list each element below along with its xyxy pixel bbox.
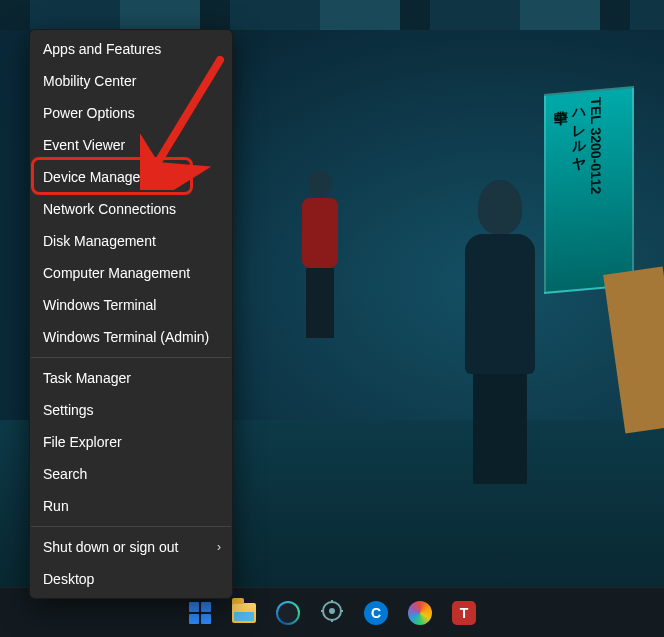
menu-apps-and-features[interactable]: Apps and Features xyxy=(31,33,231,65)
menu-item-label: File Explorer xyxy=(43,434,122,450)
letter-c-icon: C xyxy=(364,601,388,625)
menu-event-viewer[interactable]: Event Viewer xyxy=(31,129,231,161)
menu-separator xyxy=(31,357,231,358)
wallpaper-detail xyxy=(460,180,540,480)
menu-separator xyxy=(31,526,231,527)
menu-windows-terminal[interactable]: Windows Terminal xyxy=(31,289,231,321)
letter-t-icon: T xyxy=(452,601,476,625)
menu-shutdown[interactable]: Shut down or sign out› xyxy=(31,531,231,563)
folder-icon xyxy=(232,603,256,623)
settings-icon[interactable] xyxy=(317,598,347,628)
menu-power-options[interactable]: Power Options xyxy=(31,97,231,129)
menu-item-label: Desktop xyxy=(43,571,94,587)
menu-item-label: Device Manager xyxy=(43,169,145,185)
start-button[interactable] xyxy=(185,598,215,628)
menu-settings[interactable]: Settings xyxy=(31,394,231,426)
wallpaper-detail xyxy=(544,86,634,294)
menu-item-label: Power Options xyxy=(43,105,135,121)
menu-item-label: Task Manager xyxy=(43,370,131,386)
menu-item-label: Shut down or sign out xyxy=(43,539,178,555)
menu-device-manager[interactable]: Device Manager xyxy=(31,161,231,193)
windows-logo-icon xyxy=(189,602,211,624)
menu-windows-terminal-admin[interactable]: Windows Terminal (Admin) xyxy=(31,321,231,353)
file-explorer-icon[interactable] xyxy=(229,598,259,628)
wallpaper-detail xyxy=(300,170,340,350)
menu-run[interactable]: Run xyxy=(31,490,231,522)
app-t-icon[interactable]: T xyxy=(449,598,479,628)
chevron-right-icon: › xyxy=(217,538,221,556)
menu-item-label: Mobility Center xyxy=(43,73,136,89)
svg-point-2 xyxy=(329,608,335,614)
gear-icon xyxy=(320,599,344,627)
menu-desktop[interactable]: Desktop xyxy=(31,563,231,595)
paint-icon[interactable] xyxy=(405,598,435,628)
menu-disk-management[interactable]: Disk Management xyxy=(31,225,231,257)
menu-item-label: Search xyxy=(43,466,87,482)
menu-item-label: Windows Terminal xyxy=(43,297,156,313)
menu-mobility-center[interactable]: Mobility Center xyxy=(31,65,231,97)
wallpaper-detail xyxy=(0,0,664,30)
menu-item-label: Event Viewer xyxy=(43,137,125,153)
menu-computer-management[interactable]: Computer Management xyxy=(31,257,231,289)
copilot-icon[interactable]: C xyxy=(361,598,391,628)
menu-item-label: Settings xyxy=(43,402,94,418)
menu-item-label: Run xyxy=(43,498,69,514)
edge-icon[interactable] xyxy=(273,598,303,628)
browser-icon xyxy=(276,601,300,625)
palette-icon xyxy=(408,601,432,625)
menu-item-label: Network Connections xyxy=(43,201,176,217)
menu-file-explorer[interactable]: File Explorer xyxy=(31,426,231,458)
menu-item-label: Computer Management xyxy=(43,265,190,281)
menu-item-label: Windows Terminal (Admin) xyxy=(43,329,209,345)
menu-item-label: Disk Management xyxy=(43,233,156,249)
menu-network-connections[interactable]: Network Connections xyxy=(31,193,231,225)
menu-item-label: Apps and Features xyxy=(43,41,161,57)
menu-task-manager[interactable]: Task Manager xyxy=(31,362,231,394)
winx-context-menu: Apps and FeaturesMobility CenterPower Op… xyxy=(29,29,233,599)
menu-search[interactable]: Search xyxy=(31,458,231,490)
